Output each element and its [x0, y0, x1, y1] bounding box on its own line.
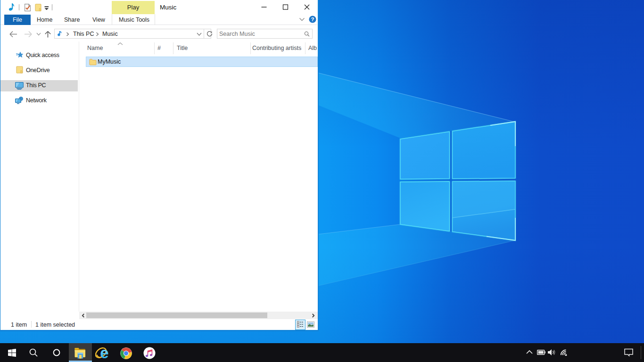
- svg-text:?: ?: [311, 16, 314, 22]
- svg-text:e: e: [100, 345, 108, 361]
